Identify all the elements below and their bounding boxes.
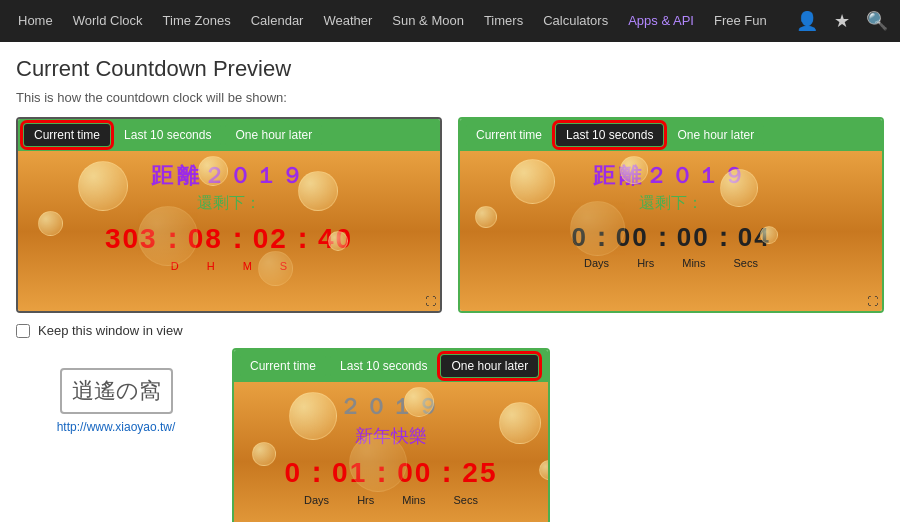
widget3-tab-last10[interactable]: Last 10 seconds [330, 355, 437, 377]
watermark-area: 逍遙の窩 http://www.xiaoyao.tw/ [16, 348, 216, 434]
search-icon[interactable]: 🔍 [862, 6, 892, 36]
page-title: Current Countdown Preview [16, 56, 884, 82]
widget3-labels: Days Hrs Mins Secs [250, 494, 532, 506]
widget3-subtitle: 新年快樂 [250, 424, 532, 448]
widget-2: Current time Last 10 seconds One hour la… [458, 117, 884, 313]
widget1-label-s: S [280, 260, 287, 272]
user-icon[interactable]: 👤 [792, 6, 822, 36]
widget1-time: 303：08：02：40 [34, 220, 424, 258]
nav-timers[interactable]: Timers [474, 0, 533, 42]
keep-window-row: Keep this window in view [16, 323, 884, 338]
widget1-label-m: M [243, 260, 252, 272]
watermark-logo: 逍遙の窩 [60, 368, 173, 414]
widget1-labels: D H M S [34, 260, 424, 272]
widget2-label-hrs: Hrs [637, 257, 654, 269]
nav-apps-api[interactable]: Apps & API [618, 0, 704, 42]
widget3-label-mins: Mins [402, 494, 425, 506]
widget-1: Current time Last 10 seconds One hour la… [16, 117, 442, 313]
widget2-subtitle: 還剩下： [476, 193, 866, 214]
widget2-tab-onehour[interactable]: One hour later [667, 124, 764, 146]
widget3-time: 0：01：00：25 [250, 454, 532, 492]
widget1-title: 距離２０１９ [34, 161, 424, 191]
expand-icon-1[interactable]: ⛶ [425, 295, 436, 307]
widget3-label-hrs: Hrs [357, 494, 374, 506]
widget3-label-secs: Secs [453, 494, 477, 506]
page-subtitle: This is how the countdown clock will be … [16, 90, 884, 105]
widget2-tab-current[interactable]: Current time [466, 124, 552, 146]
nav-world-clock[interactable]: World Clock [63, 0, 153, 42]
nav-free-fun[interactable]: Free Fun [704, 0, 777, 42]
widget2-title: 距離２０１９ [476, 161, 866, 191]
widget2-time: 0：00：00：04 [476, 220, 866, 255]
widget2-label-days: Days [584, 257, 609, 269]
watermark-url[interactable]: http://www.xiaoyao.tw/ [57, 418, 176, 434]
expand-icon-2[interactable]: ⛶ [867, 295, 878, 307]
widget-3: Current time Last 10 seconds One hour la… [232, 348, 550, 522]
main-nav: Home World Clock Time Zones Calendar Wea… [0, 0, 900, 42]
widget3-tab-current[interactable]: Current time [240, 355, 326, 377]
page-content: Current Countdown Preview This is how th… [0, 42, 900, 522]
widget2-label-secs: Secs [733, 257, 757, 269]
widget1-tab-onehour[interactable]: One hour later [225, 124, 322, 146]
nav-weather[interactable]: Weather [313, 0, 382, 42]
widget3-title: ２０１９ [250, 392, 532, 422]
nav-calculators[interactable]: Calculators [533, 0, 618, 42]
widget3-tab-onehour[interactable]: One hour later [441, 355, 538, 377]
nav-calendar[interactable]: Calendar [241, 0, 314, 42]
share-icon[interactable]: ★ [830, 6, 854, 36]
widget1-label-h: H [207, 260, 215, 272]
widget1-subtitle: 還剩下： [34, 193, 424, 214]
widget2-label-mins: Mins [682, 257, 705, 269]
nav-home[interactable]: Home [8, 0, 63, 42]
nav-time-zones[interactable]: Time Zones [153, 0, 241, 42]
widget1-tab-last10[interactable]: Last 10 seconds [114, 124, 221, 146]
nav-sun-moon[interactable]: Sun & Moon [382, 0, 474, 42]
widget1-tab-current[interactable]: Current time [24, 124, 110, 146]
keep-window-checkbox[interactable] [16, 324, 30, 338]
widget2-labels: Days Hrs Mins Secs [476, 257, 866, 269]
keep-window-label: Keep this window in view [38, 323, 183, 338]
widget3-label-days: Days [304, 494, 329, 506]
widget2-tab-last10[interactable]: Last 10 seconds [556, 124, 663, 146]
widget1-label-d: D [171, 260, 179, 272]
